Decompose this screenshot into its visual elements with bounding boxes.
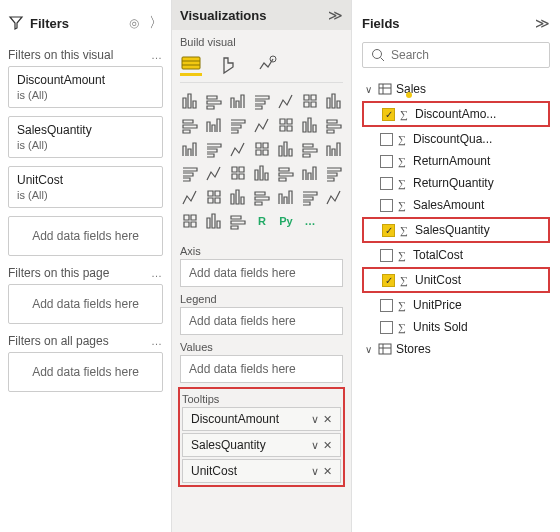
visual-type-icon[interactable] [204, 91, 224, 111]
visual-type-icon[interactable] [252, 163, 272, 183]
visual-type-icon[interactable] [228, 115, 248, 135]
visual-type-icon[interactable] [300, 163, 320, 183]
visual-type-icon[interactable] [276, 115, 296, 135]
remove-icon[interactable]: ✕ [323, 439, 332, 452]
fields-title: Fields [362, 16, 535, 31]
visual-type-icon[interactable] [180, 163, 200, 183]
collapse-fields-icon[interactable]: ≫ [535, 15, 550, 31]
visual-type-icon[interactable] [300, 115, 320, 135]
visual-type-icon[interactable] [180, 139, 200, 159]
visual-type-icon[interactable] [228, 163, 248, 183]
visual-type-icon[interactable] [252, 91, 272, 111]
filter-state: is (All) [17, 189, 154, 201]
field-checkbox[interactable] [380, 155, 393, 168]
fields-search[interactable] [362, 42, 550, 68]
field-checkbox[interactable] [380, 249, 393, 262]
chevron-down-icon[interactable]: ∨ [311, 465, 319, 478]
visual-type-icon[interactable] [204, 211, 224, 231]
values-well[interactable]: Add data fields here [180, 355, 343, 383]
visual-type-icon[interactable] [204, 115, 224, 135]
visual-type-icon[interactable] [180, 187, 200, 207]
visual-type-icon[interactable] [252, 139, 272, 159]
more-icon[interactable]: … [151, 49, 163, 61]
filter-card[interactable]: DiscountAmountis (All) [8, 66, 163, 108]
more-icon[interactable]: … [151, 335, 163, 347]
field-checkbox[interactable] [380, 199, 393, 212]
remove-icon[interactable]: ✕ [323, 465, 332, 478]
visual-type-icon[interactable]: R [252, 211, 272, 231]
field-checkbox[interactable] [380, 133, 393, 146]
field-row[interactable]: ∑TotalCost [362, 244, 550, 266]
field-checkbox[interactable] [380, 177, 393, 190]
more-icon[interactable]: … [151, 267, 163, 279]
visual-type-icon[interactable] [180, 91, 200, 111]
visual-type-icon[interactable] [228, 187, 248, 207]
visual-type-icon[interactable] [228, 91, 248, 111]
table-row[interactable]: ∨Stores [362, 338, 550, 360]
visual-type-icon[interactable] [276, 187, 296, 207]
visual-type-icon[interactable] [252, 187, 272, 207]
field-row[interactable]: ∑UnitPrice [362, 294, 550, 316]
visual-type-icon[interactable] [276, 91, 296, 111]
field-checkbox[interactable]: ✓ [382, 274, 395, 287]
collapse-filters-icon[interactable]: 〉 [149, 14, 163, 32]
visual-type-icon[interactable] [324, 163, 344, 183]
visual-type-icon[interactable]: Py [276, 211, 296, 231]
analytics-tab[interactable] [256, 54, 278, 76]
field-row[interactable]: ✓∑DiscountAmo... [364, 103, 548, 125]
build-tab[interactable] [180, 54, 202, 76]
visual-type-icon[interactable] [204, 187, 224, 207]
chevron-icon: ∨ [362, 344, 374, 355]
collapse-vis-icon[interactable]: ≫ [328, 7, 343, 23]
tooltip-field-name: UnitCost [191, 464, 307, 478]
add-all-filter-well[interactable]: Add data fields here [8, 352, 163, 392]
tooltip-field[interactable]: SalesQuantity∨✕ [182, 433, 341, 457]
field-row[interactable]: ∑ReturnQuantity [362, 172, 550, 194]
visual-type-icon[interactable] [276, 139, 296, 159]
add-visual-filter-well[interactable]: Add data fields here [8, 216, 163, 256]
filter-card[interactable]: SalesQuantityis (All) [8, 116, 163, 158]
field-row[interactable]: ∑ReturnAmount [362, 150, 550, 172]
table-row[interactable]: ∨Sales [362, 78, 550, 100]
field-row[interactable]: ∑DiscountQua... [362, 128, 550, 150]
field-row[interactable]: ∑SalesAmount [362, 194, 550, 216]
visual-type-icon[interactable] [180, 211, 200, 231]
filter-card[interactable]: UnitCostis (All) [8, 166, 163, 208]
visual-type-icon[interactable] [228, 211, 248, 231]
filters-pane: Filters ◎ 〉 Filters on this visual… Disc… [0, 0, 172, 532]
visual-type-icon[interactable] [324, 115, 344, 135]
visual-type-icon[interactable] [300, 91, 320, 111]
visual-type-icon[interactable] [276, 163, 296, 183]
field-checkbox[interactable] [380, 299, 393, 312]
legend-well[interactable]: Add data fields here [180, 307, 343, 335]
eye-icon[interactable]: ◎ [129, 16, 139, 30]
field-row[interactable]: ✓∑SalesQuantity [364, 219, 548, 241]
field-checkbox[interactable] [380, 321, 393, 334]
field-row[interactable]: ∑Units Sold [362, 316, 550, 338]
visual-type-icon[interactable] [228, 139, 248, 159]
tooltip-field-name: DiscountAmount [191, 412, 307, 426]
field-checkbox[interactable]: ✓ [382, 224, 395, 237]
tooltip-field[interactable]: UnitCost∨✕ [182, 459, 341, 483]
visual-type-icon[interactable] [324, 139, 344, 159]
visual-type-icon[interactable]: … [300, 211, 320, 231]
visual-type-icon[interactable] [324, 91, 344, 111]
field-checkbox[interactable]: ✓ [382, 108, 395, 121]
chevron-down-icon[interactable]: ∨ [311, 413, 319, 426]
visual-type-icon[interactable] [300, 139, 320, 159]
axis-well[interactable]: Add data fields here [180, 259, 343, 287]
visual-type-icon[interactable] [252, 115, 272, 135]
format-tab[interactable] [218, 54, 240, 76]
tooltip-field[interactable]: DiscountAmount∨✕ [182, 407, 341, 431]
visual-type-icon[interactable] [324, 187, 344, 207]
remove-icon[interactable]: ✕ [323, 413, 332, 426]
visual-type-icon[interactable] [180, 115, 200, 135]
add-page-filter-well[interactable]: Add data fields here [8, 284, 163, 324]
visual-type-icon[interactable] [204, 163, 224, 183]
values-label: Values [180, 341, 343, 353]
search-input[interactable] [391, 48, 541, 62]
chevron-down-icon[interactable]: ∨ [311, 439, 319, 452]
visual-type-icon[interactable] [300, 187, 320, 207]
field-row[interactable]: ✓∑UnitCost [364, 269, 548, 291]
visual-type-icon[interactable] [204, 139, 224, 159]
